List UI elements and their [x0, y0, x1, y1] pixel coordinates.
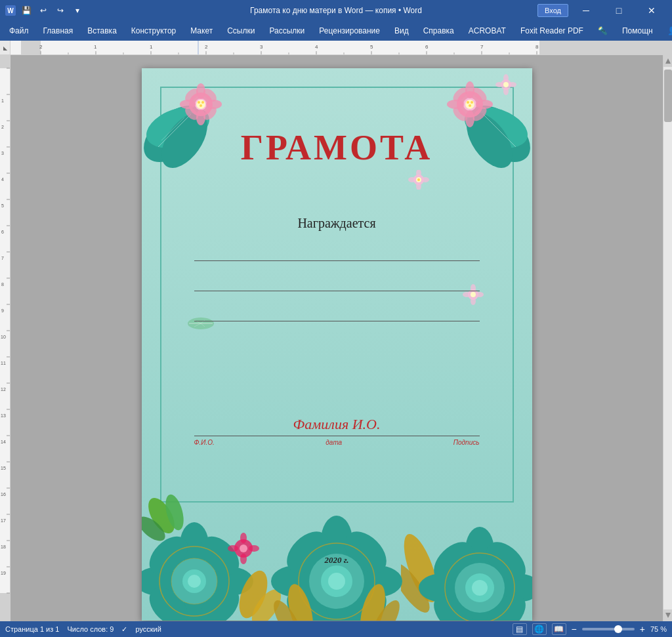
svg-rect-35 [0, 55, 10, 68]
svg-text:10: 10 [1, 335, 6, 339]
name-line [194, 436, 480, 436]
svg-rect-3 [41, 41, 539, 55]
svg-point-194 [408, 177, 416, 182]
certificate-title: ГРАМОТА [142, 127, 532, 168]
svg-text:6: 6 [1, 230, 4, 234]
svg-point-119 [509, 82, 516, 87]
menu-view[interactable]: Вид [388, 24, 415, 38]
menu-file[interactable]: Файл [3, 24, 35, 38]
svg-text:2: 2 [39, 44, 43, 50]
svg-point-113 [471, 101, 473, 104]
svg-point-112 [467, 101, 469, 104]
svg-rect-2 [539, 41, 672, 55]
zoom-thumb[interactable] [614, 625, 622, 633]
qat-drop-button[interactable]: ▾ [71, 4, 84, 17]
save-button[interactable]: 💾 [20, 4, 33, 17]
proof-icon: ✓ [121, 625, 127, 634]
menu-foxit[interactable]: Foxit Reader PDF [514, 24, 590, 38]
svg-text:12: 12 [1, 387, 6, 392]
svg-text:6: 6 [425, 44, 429, 50]
menu-help[interactable]: Справка [417, 24, 461, 38]
signature-labels: Ф.И.О. дата Подпись [194, 439, 480, 446]
main-area: 1 2 3 4 5 6 7 8 9 10 11 [0, 55, 672, 621]
read-mode-btn[interactable]: 📖 [552, 623, 566, 635]
line-3 [194, 306, 480, 321]
menu-acrobat[interactable]: ACROBAT [462, 24, 513, 38]
svg-text:17: 17 [1, 518, 6, 523]
menu-design[interactable]: Конструктор [125, 24, 182, 38]
svg-text:4: 4 [315, 44, 318, 50]
svg-point-152 [249, 545, 259, 552]
scrollbar-vertical[interactable] [663, 55, 672, 621]
svg-text:2: 2 [205, 44, 208, 50]
document-area[interactable]: ГРАМОТА Награждается [10, 55, 663, 621]
svg-text:9: 9 [1, 308, 4, 313]
title-bar-left: W 💾 ↩ ↪ ▾ [5, 4, 84, 17]
status-right: ▤ 🌐 📖 − + 75 % [513, 623, 667, 635]
zoom-slider[interactable] [582, 628, 635, 630]
certificate-year: 2020 г. [142, 555, 532, 565]
svg-point-153 [240, 545, 247, 552]
menu-references[interactable]: Ссылки [220, 24, 261, 38]
svg-text:8: 8 [536, 44, 539, 50]
svg-point-195 [421, 177, 429, 182]
fio-label: Ф.И.О. [194, 439, 215, 446]
menu-review[interactable]: Рецензирование [312, 24, 387, 38]
small-flower-title [408, 170, 430, 190]
svg-text:3: 3 [1, 151, 4, 155]
certificate-lines [194, 245, 480, 336]
svg-text:18: 18 [1, 545, 6, 549]
document-title: Грамота ко дню матери в Word — копия • W… [250, 6, 422, 15]
svg-text:1: 1 [150, 44, 153, 50]
svg-text:15: 15 [1, 466, 6, 470]
svg-point-149 [240, 533, 247, 543]
line-2 [194, 276, 480, 291]
menu-share[interactable]: 👤 Общий доступ [661, 24, 672, 38]
certificate-recipient-name: Фамилия И.О. [194, 416, 480, 433]
close-button[interactable]: ✕ [637, 0, 667, 21]
svg-point-173 [472, 580, 488, 596]
svg-point-197 [417, 178, 420, 181]
word-count: Число слов: 9 [67, 625, 114, 633]
web-layout-btn[interactable]: 🌐 [532, 623, 547, 635]
word-icon: W [5, 5, 16, 16]
line-1 [194, 245, 480, 261]
zoom-minus-btn[interactable]: − [572, 624, 577, 634]
page-count: Страница 1 из 1 [5, 625, 59, 633]
svg-text:16: 16 [1, 492, 6, 497]
svg-rect-201 [664, 70, 672, 122]
svg-point-94 [198, 101, 200, 104]
svg-text:2: 2 [1, 125, 4, 129]
ruler-vertical: 1 2 3 4 5 6 7 8 9 10 11 [0, 55, 10, 621]
svg-rect-36 [0, 593, 10, 621]
menu-layout[interactable]: Макет [184, 24, 219, 38]
minimize-button[interactable]: ─ [571, 0, 601, 21]
menu-bar: Файл Главная Вставка Конструктор Макет С… [0, 21, 672, 41]
menu-search-icon[interactable]: 🔦 [591, 24, 614, 38]
svg-point-116 [503, 74, 509, 82]
menu-insert[interactable]: Вставка [81, 24, 123, 38]
print-layout-btn[interactable]: ▤ [513, 623, 527, 635]
svg-point-96 [200, 104, 202, 107]
zoom-plus-btn[interactable]: + [640, 624, 645, 634]
svg-text:5: 5 [370, 44, 373, 50]
svg-rect-198 [663, 55, 672, 621]
date-label: дата [326, 439, 342, 446]
svg-text:5: 5 [1, 203, 4, 208]
menu-home[interactable]: Главная [37, 24, 80, 38]
login-button[interactable]: Вход [537, 4, 568, 17]
title-bar: W 💾 ↩ ↪ ▾ Грамота ко дню матери в Word —… [0, 0, 672, 21]
svg-text:7: 7 [1, 256, 4, 260]
svg-text:19: 19 [1, 571, 6, 575]
redo-button[interactable]: ↪ [54, 4, 67, 17]
undo-button[interactable]: ↩ [37, 4, 50, 17]
menu-mailings[interactable]: Рассылки [262, 24, 311, 38]
svg-point-95 [201, 101, 204, 104]
svg-text:11: 11 [1, 361, 6, 365]
svg-text:4: 4 [1, 177, 4, 182]
ruler-horizontal: ◣ 2 1 1 2 3 4 5 [0, 41, 672, 55]
maximize-button[interactable]: □ [604, 0, 634, 21]
language: русский [135, 625, 161, 633]
svg-point-120 [503, 82, 509, 87]
menu-help2[interactable]: Помощн [616, 24, 660, 38]
